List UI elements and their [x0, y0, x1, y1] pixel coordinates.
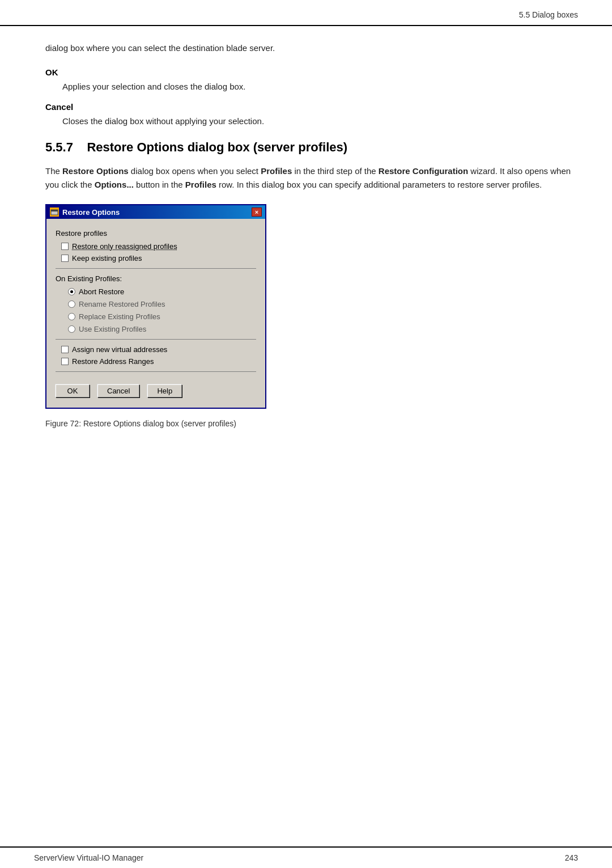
on-existing-label: On Existing Profiles: — [56, 274, 256, 283]
ok-button[interactable]: OK — [56, 384, 90, 397]
radio-row-3[interactable]: Replace Existing Profiles — [68, 312, 256, 321]
dialog-buttons: OK Cancel Help — [56, 380, 256, 400]
checkbox1-label: Restore only reassigned profiles — [72, 242, 177, 251]
intro-text: dialog box where you can select the dest… — [45, 42, 578, 55]
separator-1 — [56, 268, 256, 269]
separator-2 — [56, 339, 256, 340]
dialog-body: Restore profiles Restore only reassigned… — [46, 219, 265, 408]
on-existing-group: On Existing Profiles: Abort Restore Rena… — [56, 274, 256, 333]
dialog-close-button[interactable]: × — [252, 208, 262, 217]
ok-heading: OK — [45, 67, 578, 77]
dialog-title: Restore Options — [62, 208, 120, 217]
restore-only-reassigned-checkbox[interactable] — [61, 243, 69, 250]
ok-section: OK Applies your selection and closes the… — [45, 67, 578, 94]
dialog-titlebar: Restore Options × — [46, 205, 265, 219]
radio-row-2[interactable]: Rename Restored Profiles — [68, 300, 256, 308]
checkbox-row-3[interactable]: Assign new virtual addresses — [61, 345, 256, 354]
section-number: 5.5.7 — [45, 140, 73, 154]
radio2-label: Rename Restored Profiles — [79, 300, 165, 308]
checkbox3-label: Assign new virtual addresses — [72, 345, 167, 354]
checkbox4-label: Restore Address Ranges — [72, 357, 154, 366]
assign-new-virtual-checkbox[interactable] — [61, 346, 69, 353]
checkbox-row-4[interactable]: Restore Address Ranges — [61, 357, 256, 366]
figure-caption: Figure 72: Restore Options dialog box (s… — [45, 419, 578, 428]
cancel-section: Cancel Closes the dialog box without app… — [45, 102, 578, 128]
section-title: Restore Options dialog box (server profi… — [87, 140, 347, 154]
checkbox-row-1[interactable]: Restore only reassigned profiles — [61, 242, 256, 251]
section-557-heading: 5.5.7 Restore Options dialog box (server… — [45, 139, 578, 156]
restore-address-ranges-checkbox[interactable] — [61, 358, 69, 365]
checkbox2-label: Keep existing profiles — [72, 254, 142, 262]
cancel-button[interactable]: Cancel — [97, 384, 139, 397]
page-footer: ServerView Virtual-IO Manager 243 — [0, 846, 612, 868]
section-557: 5.5.7 Restore Options dialog box (server… — [45, 139, 578, 429]
header-title: 5.5 Dialog boxes — [519, 10, 578, 19]
dialog-wrapper: Restore Options × Restore profiles Resto… — [45, 204, 578, 409]
abort-restore-radio[interactable] — [68, 288, 75, 295]
use-existing-radio[interactable] — [68, 325, 75, 333]
replace-existing-radio[interactable] — [68, 313, 75, 320]
radio-row-4[interactable]: Use Existing Profiles — [68, 325, 256, 333]
separator-3 — [56, 371, 256, 372]
help-button[interactable]: Help — [147, 384, 182, 397]
footer-right: 243 — [565, 853, 578, 862]
cancel-heading: Cancel — [45, 102, 578, 112]
dialog-box: Restore Options × Restore profiles Resto… — [45, 204, 266, 409]
radio3-label: Replace Existing Profiles — [79, 312, 160, 321]
rename-restored-radio[interactable] — [68, 300, 75, 308]
main-content: dialog box where you can select the dest… — [0, 26, 612, 846]
footer-left: ServerView Virtual-IO Manager — [34, 853, 143, 862]
checkbox-row-2[interactable]: Keep existing profiles — [61, 254, 256, 262]
dialog-app-icon — [50, 208, 59, 217]
section-557-body: The Restore Options dialog box opens whe… — [45, 164, 578, 192]
keep-existing-profiles-checkbox[interactable] — [61, 255, 69, 262]
radio-row-1[interactable]: Abort Restore — [68, 287, 256, 296]
cancel-desc: Closes the dialog box without applying y… — [62, 115, 578, 128]
radio1-label: Abort Restore — [79, 287, 124, 296]
page-header: 5.5 Dialog boxes — [0, 0, 612, 26]
page-container: 5.5 Dialog boxes dialog box where you ca… — [0, 0, 612, 868]
ok-desc: Applies your selection and closes the di… — [62, 81, 578, 94]
svg-rect-1 — [51, 210, 58, 211]
dialog-titlebar-left: Restore Options — [50, 208, 120, 217]
radio4-label: Use Existing Profiles — [79, 325, 146, 333]
restore-profiles-label: Restore profiles — [56, 229, 256, 238]
